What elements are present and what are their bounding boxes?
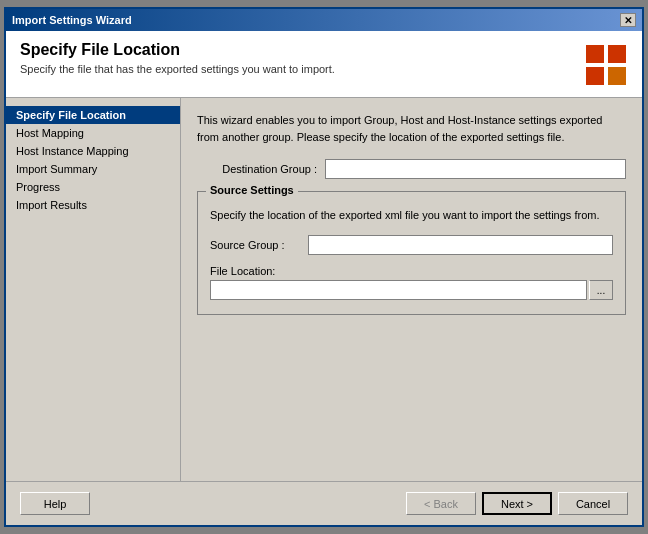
footer-left: Help (20, 492, 90, 515)
sidebar-item-import-results[interactable]: Import Results (6, 196, 180, 214)
window-title: Import Settings Wizard (12, 14, 132, 26)
file-location-row: File Location: ... (210, 265, 613, 300)
help-button[interactable]: Help (20, 492, 90, 515)
icon-square-1 (586, 45, 604, 63)
header-text: Specify File Location Specify the file t… (20, 41, 335, 75)
source-settings-legend: Source Settings (206, 184, 298, 196)
sidebar: Specify File Location Host Mapping Host … (6, 98, 181, 481)
file-input-row: ... (210, 280, 613, 300)
title-bar: Import Settings Wizard ✕ (6, 9, 642, 31)
sidebar-item-host-mapping[interactable]: Host Mapping (6, 124, 180, 142)
back-button[interactable]: < Back (406, 492, 476, 515)
footer: Help < Back Next > Cancel (6, 481, 642, 525)
source-settings-group: Source Settings Specify the location of … (197, 191, 626, 315)
sidebar-item-host-instance-mapping[interactable]: Host Instance Mapping (6, 142, 180, 160)
content-area: Specify File Location Host Mapping Host … (6, 98, 642, 481)
icon-square-3 (586, 67, 604, 85)
file-location-label: File Location: (210, 265, 613, 277)
destination-group-input[interactable] (325, 159, 626, 179)
source-group-label: Source Group : (210, 239, 300, 251)
next-button[interactable]: Next > (482, 492, 552, 515)
source-settings-desc: Specify the location of the exported xml… (210, 208, 613, 223)
source-group-input[interactable] (308, 235, 613, 255)
intro-text: This wizard enables you to import Group,… (197, 112, 626, 145)
icon-square-2 (608, 45, 626, 63)
icon-square-4 (608, 67, 626, 85)
destination-group-row: Destination Group : (197, 159, 626, 179)
main-window: Import Settings Wizard ✕ Specify File Lo… (4, 7, 644, 527)
header-area: Specify File Location Specify the file t… (6, 31, 642, 98)
header-icon (586, 45, 628, 87)
page-subtitle: Specify the file that has the exported s… (20, 63, 335, 75)
close-button[interactable]: ✕ (620, 13, 636, 27)
main-panel: This wizard enables you to import Group,… (181, 98, 642, 481)
browse-button[interactable]: ... (589, 280, 613, 300)
sidebar-item-progress[interactable]: Progress (6, 178, 180, 196)
destination-group-label: Destination Group : (197, 163, 317, 175)
source-group-row: Source Group : (210, 235, 613, 255)
cancel-button[interactable]: Cancel (558, 492, 628, 515)
footer-right: < Back Next > Cancel (406, 492, 628, 515)
sidebar-item-specify-file-location[interactable]: Specify File Location (6, 106, 180, 124)
page-title: Specify File Location (20, 41, 335, 59)
sidebar-item-import-summary[interactable]: Import Summary (6, 160, 180, 178)
file-location-input[interactable] (210, 280, 587, 300)
